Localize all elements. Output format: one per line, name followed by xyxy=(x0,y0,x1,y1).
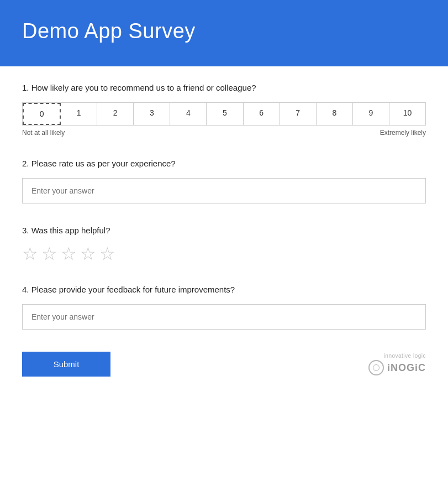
nps-cells: 0 1 2 3 4 5 6 7 8 9 10 xyxy=(22,102,426,126)
question-2-input[interactable] xyxy=(22,178,426,203)
nps-scale: 0 1 2 3 4 5 6 7 8 9 10 Not at all likely… xyxy=(22,102,426,137)
logo-tagline: innovative logic xyxy=(384,353,426,359)
nps-cell-6[interactable]: 6 xyxy=(244,103,280,125)
nps-labels: Not at all likely Extremely likely xyxy=(22,129,426,137)
question-1-label: 1. How likely are you to recommend us to… xyxy=(22,83,426,92)
star-4[interactable]: ☆ xyxy=(80,245,96,263)
nps-cell-1[interactable]: 1 xyxy=(61,103,97,125)
question-3: 3. Was this app helpful? ☆ ☆ ☆ ☆ ☆ xyxy=(22,226,426,263)
nps-cell-5[interactable]: 5 xyxy=(207,103,243,125)
question-2: 2. Please rate us as per your experience… xyxy=(22,159,426,203)
page-title: Demo App Survey xyxy=(22,19,196,43)
question-1: 1. How likely are you to recommend us to… xyxy=(22,83,426,137)
brand-name: iNOGiC xyxy=(368,360,426,375)
nps-cell-10[interactable]: 10 xyxy=(389,103,425,125)
star-1[interactable]: ☆ xyxy=(22,245,38,263)
nps-cell-9[interactable]: 9 xyxy=(353,103,389,125)
star-2[interactable]: ☆ xyxy=(41,245,57,263)
submit-row: Submit innovative logic iNOGiC xyxy=(22,352,426,377)
nps-label-left: Not at all likely xyxy=(22,129,65,137)
footer-logo: innovative logic iNOGiC xyxy=(368,353,426,375)
question-3-label: 3. Was this app helpful? xyxy=(22,226,426,235)
main-content: 1. How likely are you to recommend us to… xyxy=(0,66,448,399)
nps-cell-3[interactable]: 3 xyxy=(134,103,170,125)
nps-label-right: Extremely likely xyxy=(380,129,426,137)
nps-cell-0[interactable]: 0 xyxy=(23,103,61,125)
submit-button[interactable]: Submit xyxy=(22,352,110,377)
question-2-label: 2. Please rate us as per your experience… xyxy=(22,159,426,168)
logo-icon xyxy=(368,360,384,375)
nps-cell-2[interactable]: 2 xyxy=(97,103,134,125)
star-rating: ☆ ☆ ☆ ☆ ☆ xyxy=(22,245,426,263)
question-4: 4. Please provide your feedback for futu… xyxy=(22,285,426,330)
header: Demo App Survey xyxy=(0,0,448,66)
nps-cell-8[interactable]: 8 xyxy=(317,103,353,125)
question-4-label: 4. Please provide your feedback for futu… xyxy=(22,285,426,294)
nps-cell-4[interactable]: 4 xyxy=(170,103,207,125)
question-4-input[interactable] xyxy=(22,304,426,330)
star-5[interactable]: ☆ xyxy=(99,245,115,263)
star-3[interactable]: ☆ xyxy=(61,245,77,263)
nps-cell-7[interactable]: 7 xyxy=(280,103,317,125)
